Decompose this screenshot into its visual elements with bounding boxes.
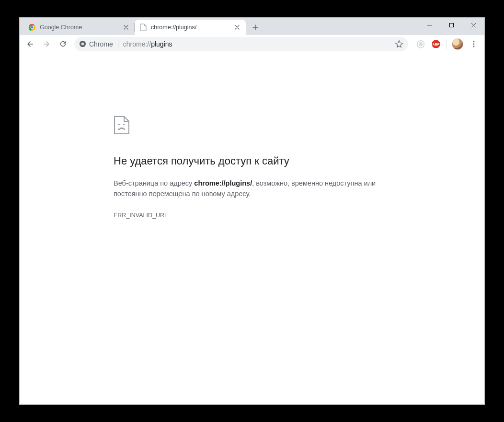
toolbar: Chrome chrome://plugins ABP bbox=[20, 35, 484, 53]
window-maximize-button[interactable] bbox=[440, 18, 462, 32]
chrome-favicon-icon bbox=[28, 23, 36, 31]
tab-google-chrome[interactable]: Google Chrome bbox=[23, 20, 135, 35]
url-host: plugins bbox=[151, 40, 172, 48]
error-desc-url: chrome://plugins/ bbox=[194, 179, 252, 187]
new-tab-button[interactable] bbox=[249, 21, 262, 34]
svg-rect-12 bbox=[123, 124, 125, 125]
address-bar[interactable]: Chrome chrome://plugins bbox=[74, 37, 408, 51]
url-text: chrome://plugins bbox=[123, 40, 172, 48]
profile-avatar-button[interactable] bbox=[451, 37, 464, 51]
site-chip-label: Chrome bbox=[89, 40, 113, 48]
error-code: ERR_INVALID_URL bbox=[114, 212, 396, 219]
extension-icons: ABP bbox=[412, 36, 481, 52]
yandex-extension-icon[interactable] bbox=[414, 37, 427, 51]
url-prefix: chrome:// bbox=[123, 40, 151, 48]
svg-point-8 bbox=[473, 41, 475, 42]
chrome-chip-icon bbox=[79, 40, 86, 47]
page-content: Не удается получить доступ к сайту Веб-с… bbox=[20, 53, 484, 404]
error-desc-before: Веб-страница по адресу bbox=[114, 179, 194, 187]
browser-window: Google Chrome chrome://plugins/ bbox=[19, 17, 485, 405]
svg-point-9 bbox=[473, 43, 475, 45]
tab-plugins[interactable]: chrome://plugins/ bbox=[135, 20, 246, 35]
avatar bbox=[452, 38, 463, 50]
svg-text:ABP: ABP bbox=[433, 43, 440, 46]
svg-point-10 bbox=[473, 46, 475, 47]
svg-rect-11 bbox=[118, 124, 120, 125]
tab-label: Google Chrome bbox=[40, 24, 118, 31]
window-controls bbox=[418, 18, 484, 32]
error-title: Не удается получить доступ к сайту bbox=[114, 155, 396, 167]
forward-button[interactable] bbox=[39, 36, 54, 52]
svg-rect-13 bbox=[118, 129, 120, 130]
svg-point-5 bbox=[81, 43, 84, 46]
tab-label: chrome://plugins/ bbox=[151, 24, 229, 31]
adblock-extension-icon[interactable]: ABP bbox=[429, 37, 443, 51]
tab-close-button[interactable] bbox=[233, 23, 241, 31]
svg-rect-14 bbox=[120, 128, 124, 129]
tab-close-button[interactable] bbox=[122, 23, 130, 31]
bookmark-star-button[interactable] bbox=[395, 40, 403, 48]
page-favicon-icon bbox=[139, 23, 147, 31]
tab-strip: Google Chrome chrome://plugins/ bbox=[20, 18, 484, 35]
error-description: Веб-страница по адресу chrome://plugins/… bbox=[114, 178, 396, 199]
back-button[interactable] bbox=[23, 36, 38, 52]
sad-page-icon bbox=[114, 116, 133, 137]
window-minimize-button[interactable] bbox=[418, 18, 440, 32]
window-close-button[interactable] bbox=[462, 18, 484, 32]
site-chip: Chrome bbox=[79, 40, 118, 48]
reload-button[interactable] bbox=[55, 36, 70, 52]
error-page: Не удается получить доступ к сайту Веб-с… bbox=[114, 116, 396, 219]
toolbar-divider bbox=[447, 39, 447, 49]
browser-menu-button[interactable] bbox=[466, 36, 481, 52]
svg-rect-3 bbox=[449, 23, 453, 27]
svg-rect-15 bbox=[124, 129, 125, 130]
